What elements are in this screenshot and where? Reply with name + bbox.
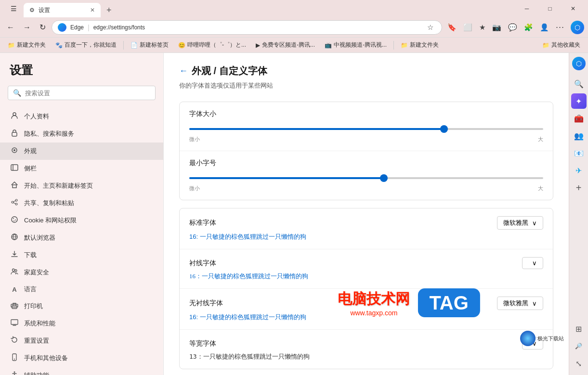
home-icon — [10, 181, 19, 191]
bookmark-new-folder[interactable]: 📁 新建文件夹 — [4, 40, 50, 50]
sidebar-item-label: 打印机 — [24, 302, 43, 310]
bookmark-folder2[interactable]: 📁 新建文件夹 — [397, 40, 443, 50]
rs-outlook-btn[interactable]: 📧 — [571, 145, 587, 161]
bookmark-other[interactable]: 📁 其他收藏夹 — [538, 40, 584, 50]
sidebar-icon — [10, 164, 19, 173]
rs-tools-btn[interactable]: 🧰 — [571, 111, 587, 126]
back-btn[interactable]: ← — [179, 66, 188, 76]
sidebar-item-label: Cookie 和网站权限 — [24, 216, 77, 225]
rs-msg-btn[interactable]: ✈ — [571, 163, 587, 178]
chevron-down-icon: ∨ — [532, 300, 537, 307]
bookmark-label: 哔哩哔哩（゜-゜）と... — [187, 41, 246, 49]
rs-fullscreen-btn[interactable]: ⤡ — [571, 356, 587, 371]
star-btn[interactable]: ☆ — [425, 22, 436, 33]
page-title: 外观 / 自定义字体 — [192, 65, 267, 78]
sidebar-item-mobile[interactable]: 手机和其他设备 — [0, 349, 163, 367]
monospace-font-row: 等宽字体 ∨ 13：一只敏捷的棕色狐狸跳过一只懒惰的狗 — [180, 330, 553, 369]
sidebar-item-profile[interactable]: 个人资料 — [0, 108, 163, 125]
feedback-btn[interactable]: 💬 — [506, 22, 520, 33]
folder2-icon: 📁 — [401, 42, 408, 49]
edge-label: Edge — [70, 24, 84, 31]
svg-rect-6 — [13, 185, 16, 188]
font-size-slider-container: 微小 大 — [189, 124, 543, 143]
sidebar-item-language[interactable]: A 语言 — [0, 281, 163, 297]
profile-btn[interactable]: 👤 — [537, 22, 551, 33]
bookmark-tencent2[interactable]: 📺 中视频频道-腾讯视... — [321, 40, 391, 50]
sidebar-item-accessibility[interactable]: 辅助功能 — [0, 367, 163, 375]
sidebar-item-reset[interactable]: 重置设置 — [0, 332, 163, 349]
sidebar-item-appearance[interactable]: 外观 — [0, 142, 163, 160]
sidebar-item-family[interactable]: 家庭安全 — [0, 264, 163, 281]
sidebar-item-sidebar[interactable]: 侧栏 — [0, 160, 163, 177]
more-btn[interactable]: ··· — [553, 21, 567, 34]
monospace-font-dropdown[interactable]: ∨ — [522, 337, 543, 349]
extensions-btn[interactable]: 🧩 — [522, 22, 536, 33]
bookmark-label: 新建文件夹 — [410, 41, 439, 49]
sidebar-item-label: 侧栏 — [24, 164, 37, 173]
forward-btn[interactable]: → — [20, 21, 34, 34]
search-box[interactable]: 🔍 — [8, 86, 156, 100]
sidebar-item-start[interactable]: 开始、主页和新建标签页 — [0, 177, 163, 194]
bookmark-label: 新建标签页 — [140, 41, 169, 49]
bookmark-label: 新建文件夹 — [17, 41, 46, 49]
cookie-icon — [10, 216, 19, 225]
font-size-thumb[interactable] — [440, 125, 448, 133]
svg-point-9 — [15, 203, 17, 205]
sidebar-item-privacy[interactable]: 隐私、搜索和服务 — [0, 125, 163, 142]
sidebar-item-share[interactable]: 共享、复制和粘贴 — [0, 194, 163, 212]
collections-btn[interactable]: 🔖 — [445, 22, 459, 33]
sidebar-item-printer[interactable]: 打印机 — [0, 297, 163, 315]
rs-social-btn[interactable]: 👥 — [571, 128, 587, 143]
bookmark-bilibili[interactable]: 😊 哔哩哔哩（゜-゜）と... — [174, 40, 250, 50]
standard-font-dropdown[interactable]: 微软雅黑 ∨ — [497, 216, 543, 230]
close-btn[interactable]: ✕ — [562, 1, 584, 16]
folder-icon: 📁 — [8, 42, 15, 49]
printer-icon — [10, 301, 19, 311]
sans-serif-font-dropdown[interactable]: 微软雅黑 ∨ — [497, 297, 543, 310]
bookmark-tencent1[interactable]: ▶ 免费专区频道-腾讯... — [252, 40, 319, 50]
monospace-font-label: 等宽字体 — [189, 339, 216, 348]
bookmark-label: 百度一下，你就知道 — [65, 41, 117, 49]
sidebar-item-browser[interactable]: 默认浏览器 — [0, 229, 163, 246]
rs-zoom-btn[interactable]: 🔎 — [571, 338, 587, 354]
address-bar[interactable]: Edge | edge://settings/fonts ☆ — [52, 20, 442, 35]
maximize-btn[interactable]: □ — [539, 1, 561, 16]
favorites-btn[interactable]: ★ — [477, 22, 488, 33]
split-btn[interactable]: ⬜ — [461, 22, 475, 33]
min-font-size-labels: 微小 大 — [189, 185, 543, 192]
new-tab-btn[interactable]: + — [103, 3, 116, 17]
rs-copilot-btn[interactable]: ✦ — [571, 93, 587, 109]
rs-add-btn[interactable]: + — [571, 180, 587, 195]
rs-search-btn[interactable]: 🔍 — [571, 76, 587, 91]
subtitle: 你的字体首选项仅适用于某些网站 — [179, 81, 553, 90]
serif-font-dropdown[interactable]: ∨ — [522, 257, 543, 269]
min-font-size-thumb[interactable] — [380, 174, 388, 182]
sidebar-item-cookies[interactable]: Cookie 和网站权限 — [0, 212, 163, 229]
edge-app-icon: ⬡ — [571, 21, 584, 34]
min-font-size-row: 最小字号 微小 大 — [180, 151, 553, 200]
sidebar-toggle-btn[interactable]: ☰ — [8, 3, 20, 14]
minimize-btn[interactable]: ─ — [516, 1, 538, 16]
refresh-btn[interactable]: ↻ — [37, 21, 49, 34]
sans-serif-font-label: 无衬线字体 — [189, 299, 223, 308]
svg-point-18 — [15, 270, 17, 272]
bilibili-icon: 😊 — [178, 42, 185, 49]
font-size-max-label: 大 — [538, 136, 543, 143]
font-size-track — [189, 128, 543, 130]
sidebar-item-label: 开始、主页和新建标签页 — [24, 181, 93, 190]
tab-close-btn[interactable]: ✕ — [90, 7, 95, 13]
sidebar-item-label: 家庭安全 — [24, 268, 49, 277]
search-input[interactable] — [25, 90, 150, 97]
content-header: ← 外观 / 自定义字体 — [179, 65, 553, 78]
sidebar-item-system[interactable]: 系统和性能 — [0, 315, 163, 332]
monospace-font-header: 等宽字体 ∨ — [189, 337, 543, 349]
bookmark-baidu[interactable]: 🐾 百度一下，你就知道 — [52, 40, 120, 50]
back-btn[interactable]: ← — [4, 21, 17, 34]
sans-serif-font-value: 微软雅黑 — [503, 299, 528, 308]
bookmark-new-tab[interactable]: 📄 新建标签页 — [127, 40, 172, 50]
content-wrapper: ← 外观 / 自定义字体 你的字体首选项仅适用于某些网站 字体大小 — [164, 53, 569, 375]
sidebar-item-downloads[interactable]: 下载 — [0, 246, 163, 264]
screenshot-btn[interactable]: 📷 — [490, 22, 504, 33]
rs-grid-btn[interactable]: ⊞ — [571, 321, 587, 336]
settings-tab[interactable]: ⚙ 设置 ✕ — [24, 3, 101, 17]
